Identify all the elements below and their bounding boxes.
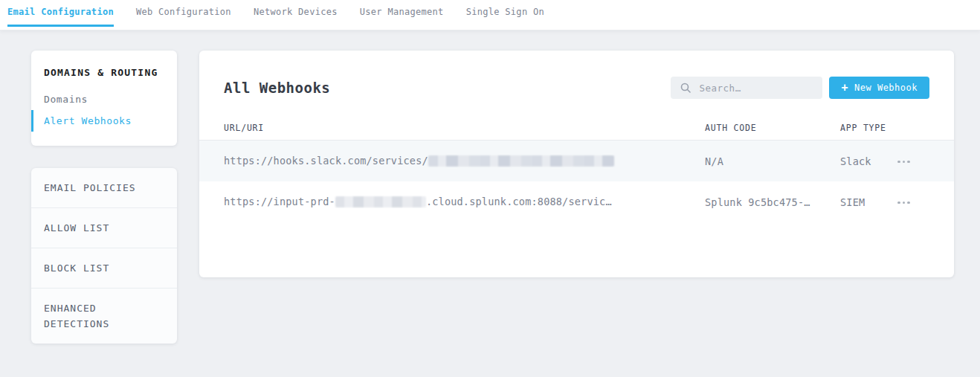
webhooks-panel: All Webhooks + New Webhook URL/URI AUTH … (199, 51, 954, 277)
redacted-url-segment (335, 196, 426, 207)
sidebar-item-domains[interactable]: Domains (31, 88, 177, 110)
new-webhook-button[interactable]: + New Webhook (829, 77, 929, 99)
webhook-url-cell: https://hooks.slack.com/services/ (224, 155, 705, 167)
webhook-url-prefix: https://input-prd- (224, 196, 335, 207)
column-header-actions (897, 123, 929, 133)
auth-code-cell: N/A (705, 155, 840, 167)
sidebar-item-label: EMAIL POLICIES (44, 182, 136, 193)
table-row: https://hooks.slack.com/services/ N/A Sl… (199, 141, 954, 181)
tab-web-configuration[interactable]: Web Configuration (136, 0, 231, 30)
tab-email-configuration[interactable]: Email Configuration (7, 0, 114, 30)
auth-code-cell: Splunk 9c5bc475-… (705, 196, 840, 208)
sidebar-item-label: ALLOW LIST (44, 222, 109, 233)
app-type-cell: Slack (840, 155, 897, 167)
sidebar-item-label: Domains (44, 94, 88, 105)
webhook-url-cell: https://input-prd-.cloud.splunk.com:8088… (224, 196, 705, 208)
new-webhook-button-label: New Webhook (854, 83, 918, 93)
more-options-icon[interactable] (897, 195, 912, 210)
column-header-auth-code: AUTH CODE (705, 123, 840, 133)
more-options-icon[interactable] (897, 154, 912, 169)
header-actions: + New Webhook (671, 77, 929, 99)
redacted-url-segment (428, 155, 614, 167)
table-header-row: URL/URI AUTH CODE APP TYPE (199, 99, 954, 141)
tab-single-sign-on[interactable]: Single Sign On (466, 0, 544, 30)
sidebar-item-alert-webhooks[interactable]: Alert Webhooks (31, 110, 177, 132)
domains-routing-title: DOMAINS & ROUTING (31, 67, 177, 78)
tab-label: Email Configuration (7, 7, 114, 17)
webhook-url-prefix: https://hooks.slack.com/services/ (224, 155, 428, 167)
tab-label: User Management (360, 7, 444, 17)
tab-label: Network Devices (254, 7, 338, 17)
sidebar-item-label: BLOCK LIST (44, 262, 109, 274)
webhook-url-suffix: .cloud.splunk.com:8088/servic… (426, 196, 612, 207)
sidebar-item-label: Alert Webhooks (44, 115, 132, 126)
tab-user-management[interactable]: User Management (360, 0, 444, 30)
column-header-app-type: APP TYPE (840, 123, 897, 133)
sidebar-item-allow-list[interactable]: ALLOW LIST (31, 208, 177, 248)
webhooks-panel-header: All Webhooks + New Webhook (199, 51, 954, 99)
column-header-url: URL/URI (224, 123, 705, 133)
search-box (671, 77, 822, 99)
plus-icon: + (841, 83, 848, 94)
app-type-cell: SIEM (840, 196, 897, 208)
email-sections-card: EMAIL POLICIES ALLOW LIST BLOCK LIST ENH… (31, 168, 177, 344)
tab-network-devices[interactable]: Network Devices (254, 0, 338, 30)
page-title: All Webhooks (224, 80, 330, 96)
sidebar-item-block-list[interactable]: BLOCK LIST (31, 248, 177, 289)
table-row: https://input-prd-.cloud.splunk.com:8088… (199, 181, 954, 222)
sidebar-item-label: ENHANCED DETECTIONS (44, 303, 109, 329)
tab-label: Web Configuration (136, 7, 231, 17)
sidebar-item-enhanced-detections[interactable]: ENHANCED DETECTIONS (31, 289, 177, 344)
tab-label: Single Sign On (466, 7, 544, 17)
search-input[interactable] (671, 77, 822, 99)
top-nav: Email Configuration Web Configuration Ne… (0, 0, 980, 30)
sidebar-item-email-policies[interactable]: EMAIL POLICIES (31, 168, 177, 208)
domains-routing-card: DOMAINS & ROUTING Domains Alert Webhooks (31, 51, 177, 146)
